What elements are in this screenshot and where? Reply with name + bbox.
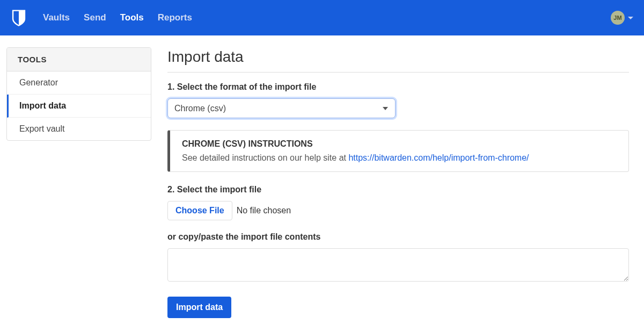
sidebar-item-import-data[interactable]: Import data xyxy=(7,95,151,118)
no-file-label: No file chosen xyxy=(237,206,291,215)
instructions-link[interactable]: https://bitwarden.com/help/import-from-c… xyxy=(348,153,529,162)
instructions-box: CHROME (CSV) INSTRUCTIONS See detailed i… xyxy=(167,130,629,172)
user-menu[interactable]: JM xyxy=(611,11,633,25)
top-nav: Vaults Send Tools Reports JM xyxy=(0,0,644,35)
import-data-button[interactable]: Import data xyxy=(167,297,231,318)
avatar: JM xyxy=(611,11,625,25)
main-content: Import data 1. Select the format of the … xyxy=(167,47,634,318)
choose-file-button[interactable]: Choose File xyxy=(167,201,232,220)
sidebar-item-generator[interactable]: Generator xyxy=(7,71,151,95)
sidebar-item-export-vault[interactable]: Export vault xyxy=(7,118,151,140)
nav-reports[interactable]: Reports xyxy=(158,12,192,23)
or-paste-label: or copy/paste the import file contents xyxy=(167,232,629,242)
nav-tools[interactable]: Tools xyxy=(120,12,144,23)
sidebar-header: TOOLS xyxy=(7,48,151,71)
page-title: Import data xyxy=(167,48,629,73)
instructions-text: See detailed instructions on our help si… xyxy=(182,153,617,163)
nav-send[interactable]: Send xyxy=(84,12,106,23)
paste-textarea[interactable] xyxy=(167,248,629,282)
format-select[interactable]: Chrome (csv) xyxy=(167,98,396,118)
sidebar: TOOLS Generator Import data Export vault xyxy=(6,47,151,141)
step1-label: 1. Select the format of the import file xyxy=(167,82,629,92)
logo-shield-icon xyxy=(11,9,27,27)
nav-links: Vaults Send Tools Reports xyxy=(43,12,611,23)
instructions-text-prefix: See detailed instructions on our help si… xyxy=(182,153,348,162)
step2-label: 2. Select the import file xyxy=(167,185,629,195)
nav-vaults[interactable]: Vaults xyxy=(43,12,70,23)
instructions-title: CHROME (CSV) INSTRUCTIONS xyxy=(182,139,617,149)
chevron-down-icon xyxy=(628,17,633,19)
